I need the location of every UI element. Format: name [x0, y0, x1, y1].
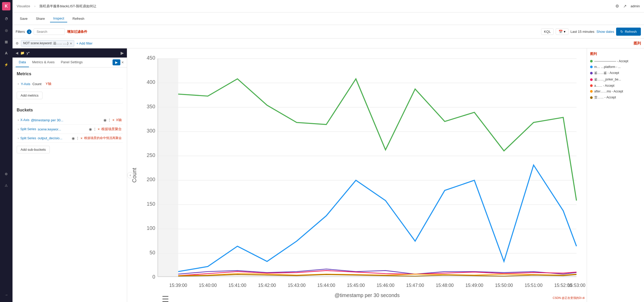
bucket-edit-0[interactable]: ⋮ — [108, 118, 111, 122]
svg-text:350: 350 — [147, 104, 155, 109]
logo[interactable]: K — [2, 2, 10, 10]
bucket-item-split2[interactable]: › Split Series output_decisio... ◉ ⋮ × 根… — [17, 134, 123, 143]
bucket-chevron-0: › — [18, 118, 19, 122]
bucket-eye-0[interactable]: ◉ — [103, 118, 107, 122]
admin-label[interactable]: admin — [631, 4, 640, 8]
bucket-name-2: output_decisio... — [38, 136, 63, 140]
kql-button[interactable]: KQL — [541, 28, 554, 35]
legend-title: 图列 — [590, 52, 641, 56]
svg-text:15:39:00: 15:39:00 — [169, 283, 187, 288]
main-refresh-button[interactable]: ↻ Refresh — [616, 28, 641, 36]
svg-text:15:49:00: 15:49:00 — [465, 283, 483, 288]
breadcrumb: 陈旺鼎半服务blackLIST-陈旺鼎如何让 — [40, 4, 96, 9]
svg-text:15:45:00: 15:45:00 — [347, 283, 365, 288]
y-axis-annotation: Y轴 — [46, 81, 51, 86]
panel-body: Metrics › Y-Axis Count Y轴 Add metrics Bu… — [13, 67, 127, 302]
panel-collapse-right[interactable]: ▶ — [121, 51, 124, 55]
bucket-name-0: @timestamp per 30... — [31, 118, 63, 122]
bucket-remove-2[interactable]: × — [80, 136, 83, 140]
legend-dot-5 — [590, 90, 593, 93]
metric-type-label: Y-Axis — [21, 82, 30, 86]
filter-tag-text: NOT scene.keyword: 远…... .....) — [23, 41, 68, 46]
bucket-remove-0[interactable]: × — [112, 118, 114, 122]
breadcrumb-separator: › — [34, 4, 35, 8]
legend-label-1: m… …platform - ... — [594, 65, 621, 69]
bucket-remove-1[interactable]: × — [98, 127, 100, 131]
tab-data[interactable]: Data — [16, 58, 29, 67]
bucket-edit-2[interactable]: ⋮ — [76, 136, 79, 140]
chart-area: Count 0 — [127, 48, 587, 302]
svg-text:15:51:00: 15:51:00 — [525, 283, 543, 288]
calendar-button[interactable]: 📅 ▾ — [556, 28, 568, 35]
panel-folder-icon: 📁 — [20, 51, 24, 55]
svg-text:15:48:00: 15:48:00 — [436, 283, 454, 288]
legend-item-2: 鉴……鉴 - Accept — [590, 71, 641, 75]
refresh-button[interactable]: Refresh — [69, 15, 88, 22]
legend-dot-2 — [590, 72, 593, 74]
bucket-eye-2[interactable]: ◉ — [72, 136, 75, 140]
svg-text:@timestamp per 30 seconds: @timestamp per 30 seconds — [335, 292, 400, 298]
sidebar-item-alerts[interactable]: ⚠ — [1, 180, 11, 191]
watermark: CSDN @正在变强的Di di — [553, 296, 585, 300]
save-button[interactable]: Save — [17, 15, 31, 22]
bucket-icons-2: ◉ ⋮ × — [72, 136, 83, 140]
show-dates-button[interactable]: Show dates — [597, 30, 614, 34]
bucket-edit-1[interactable]: ⋮ — [93, 127, 97, 131]
svg-text:15:46:00: 15:46:00 — [376, 283, 394, 288]
legend-item-5: after……ms - Accept — [590, 90, 641, 93]
sidebar-item-dashboard[interactable]: ▦ — [1, 36, 11, 47]
filterbar: Filters 1 增加过滤条件 KQL 📅 ▾ Last 15 minutes… — [13, 25, 644, 39]
add-filter-button[interactable]: + Add filter — [76, 41, 92, 45]
inspect-button[interactable]: Inspect — [50, 15, 67, 22]
bucket-item-xaxis[interactable]: › X-Axis @timestamp per 30... ◉ ⋮ × X轴 — [17, 116, 123, 125]
add-sub-buckets-button[interactable]: Add sub-buckets — [17, 146, 50, 153]
legend-item-3: 鉴……_jorker_be... — [590, 77, 641, 82]
refresh-icon: ↻ — [620, 30, 623, 34]
bucket-chevron-1: › — [18, 127, 19, 131]
legend-label-2: 鉴……鉴 - Accept — [594, 71, 619, 75]
legend-item-1: m… …platform - ... — [590, 65, 641, 69]
legend-dot-0 — [590, 60, 593, 62]
bucket-annotation-0: X轴 — [116, 118, 122, 122]
svg-text:15:53:00: 15:53:00 — [567, 283, 585, 288]
metrics-section-title: Metrics — [17, 72, 123, 76]
sidebar-item-expand[interactable]: → — [1, 290, 11, 300]
chart-wrapper: Count 0 — [127, 48, 587, 302]
settings-icon[interactable]: ⚙ — [615, 4, 619, 9]
svg-text:15:42:00: 15:42:00 — [258, 283, 276, 288]
filter-tag-remove[interactable]: × — [70, 41, 72, 46]
tab-metrics-axes[interactable]: Metrics & Axes — [29, 58, 58, 67]
svg-text:15:44:00: 15:44:00 — [317, 283, 335, 288]
svg-text:15:40:00: 15:40:00 — [199, 283, 217, 288]
svg-text:15:43:00: 15:43:00 — [288, 283, 306, 288]
legend-label-3: 鉴……_jorker_be... — [594, 77, 621, 82]
panel-titlebar: ◀ 📁 y* ▶ — [13, 48, 127, 58]
sidebar-item-devtools[interactable]: ⚡ — [1, 59, 11, 70]
search-input[interactable] — [34, 28, 65, 35]
add-metrics-button[interactable]: Add metrics — [17, 92, 42, 99]
sidebar-item-apm[interactable]: A — [1, 48, 11, 58]
svg-text:15:50:00: 15:50:00 — [495, 283, 513, 288]
tab-panel-settings[interactable]: Panel Settings — [58, 58, 86, 67]
svg-text:100: 100 — [147, 225, 155, 231]
svg-text:50: 50 — [150, 250, 155, 255]
panel-collapse-button[interactable]: ‹ — [127, 172, 133, 178]
close-panel-button[interactable]: × — [121, 60, 124, 65]
main-area: Visualize › 陈旺鼎半服务blackLIST-陈旺鼎如何让 ⚙ ↗ a… — [13, 0, 644, 302]
bucket-item-split1[interactable]: › Split Series scene.keywor... ◉ ⋮ × 根据场… — [17, 125, 123, 134]
sidebar-item-settings[interactable]: ⚙ — [1, 169, 11, 179]
share-button[interactable]: Share — [33, 15, 48, 22]
sidebar-item-discover[interactable]: ⏱ — [1, 14, 11, 24]
sidebar: K ⏱ ◎ ▦ A ⚡ ⚙ ⚠ → — [0, 0, 13, 302]
share-icon[interactable]: ↗ — [623, 4, 627, 9]
metric-y-axis[interactable]: › Y-Axis Count Y轴 — [17, 79, 123, 89]
svg-rect-2 — [158, 59, 178, 277]
bucket-type-0: X-Axis — [20, 118, 29, 122]
sidebar-item-visualize[interactable]: ◎ — [1, 25, 11, 35]
bucket-eye-1[interactable]: ◉ — [89, 127, 92, 131]
panel-collapse-left[interactable]: ◀ — [16, 51, 18, 55]
run-button[interactable]: ▶ — [113, 59, 120, 65]
legend-dot-4 — [590, 84, 593, 87]
svg-rect-1 — [158, 59, 577, 277]
panel-tabs: Data Metrics & Axes Panel Settings ▶ × — [13, 58, 127, 67]
